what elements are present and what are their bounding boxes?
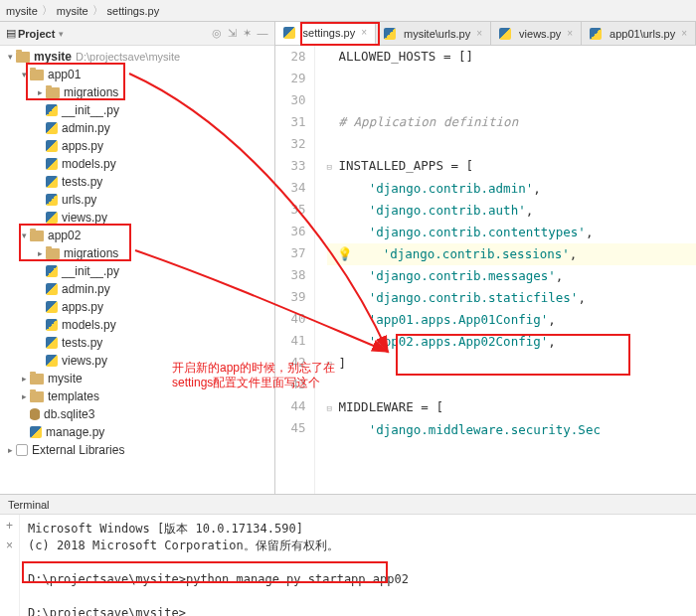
expand-icon[interactable]: ▸ [18, 387, 30, 405]
code-line[interactable] [327, 68, 696, 89]
folder-icon [46, 87, 60, 98]
close-icon[interactable]: × [567, 28, 573, 39]
expand-icon[interactable]: ▸ [18, 370, 30, 387]
code[interactable]: ALLOWED_HOSTS = []# Application definiti… [315, 46, 696, 494]
close-icon[interactable]: × [681, 28, 687, 39]
expand-icon[interactable]: ▸ [34, 83, 46, 101]
tree-item[interactable]: ▸migrations [0, 83, 274, 101]
tree-item[interactable]: urls.py [0, 191, 274, 209]
tree-item[interactable]: tests.py [0, 173, 274, 191]
tree-root[interactable]: ▾ mysite D:\projectsave\mysite [0, 48, 274, 66]
tree-item[interactable]: ▸External Libraries [0, 441, 274, 459]
tree-label: models.py [62, 155, 116, 173]
tree-item[interactable]: __init__.py [0, 262, 274, 280]
editor-tab[interactable]: views.py× [491, 22, 582, 45]
tree-item[interactable]: ▾app02 [0, 227, 274, 244]
gear-icon[interactable]: ✶ [243, 27, 252, 40]
breadcrumb-item[interactable]: mysite [6, 5, 38, 17]
fold-icon[interactable]: ⊟ [327, 156, 337, 178]
expand-icon[interactable]: ▾ [18, 66, 30, 83]
code-line[interactable]: 'django.contrib.admin', [327, 178, 696, 200]
gutter: 282930313233343536373839404142434445 [275, 46, 315, 494]
tree-item[interactable]: ▾app01 [0, 66, 274, 83]
expand-icon[interactable]: ▸ [4, 441, 16, 459]
tree-item[interactable]: models.py [0, 155, 274, 173]
code-line[interactable] [327, 89, 696, 111]
terminal-tab-label[interactable]: Terminal [8, 499, 50, 511]
code-line[interactable]: 'django.contrib.contenttypes', [327, 222, 696, 243]
tree-label: admin.py [62, 119, 110, 137]
expand-icon[interactable]: ▾ [4, 48, 16, 66]
project-panel-header[interactable]: ▤ Project ▾ ◎ ⇲ ✶ — [0, 22, 274, 46]
project-tree[interactable]: ▾ mysite D:\projectsave\mysite ▾app01▸mi… [0, 46, 274, 494]
tree-item[interactable]: apps.py [0, 137, 274, 155]
code-line[interactable] [327, 133, 696, 155]
close-icon[interactable]: × [361, 27, 367, 38]
code-line[interactable]: # Application definition [327, 111, 696, 133]
tree-item[interactable]: admin.py [0, 119, 274, 137]
folder-icon [16, 52, 30, 63]
terminal-output[interactable]: Microsoft Windows [版本 10.0.17134.590](c)… [20, 515, 696, 616]
py-icon [46, 104, 58, 116]
code-line[interactable]: ⊟INSTALLED_APPS = [ [327, 155, 696, 178]
tree-item[interactable]: ▸migrations [0, 244, 274, 262]
target-icon[interactable]: ◎ [212, 27, 222, 40]
code-line[interactable]: ⊟] [327, 353, 696, 376]
py-icon [46, 283, 58, 295]
py-icon [46, 122, 58, 134]
hide-icon[interactable]: — [258, 27, 268, 40]
tree-label: apps.py [62, 137, 103, 155]
py-icon [46, 337, 58, 349]
fold-icon[interactable]: ⊟ [327, 397, 337, 419]
lib-icon [16, 444, 28, 456]
tree-label: urls.py [62, 191, 96, 209]
editor-tab[interactable]: mysite\urls.py× [376, 22, 491, 45]
close-icon[interactable]: × [6, 539, 13, 552]
collapse-icon[interactable]: ⇲ [228, 27, 237, 40]
folder-icon [30, 70, 44, 80]
tree-label: tests.py [62, 173, 102, 191]
chevron-down-icon[interactable]: ▾ [59, 29, 64, 39]
close-icon[interactable]: × [476, 28, 482, 39]
py-icon [30, 426, 42, 438]
expand-icon[interactable]: ▾ [18, 227, 30, 244]
tree-item[interactable]: models.py [0, 316, 274, 334]
tree-item[interactable]: __init__.py [0, 101, 274, 119]
py-icon [46, 176, 58, 188]
code-line[interactable]: 'django.contrib.staticfiles', [327, 287, 696, 309]
tree-label: migrations [64, 244, 118, 262]
tree-item[interactable]: db.sqlite3 [0, 405, 274, 423]
tree-item[interactable]: apps.py [0, 298, 274, 316]
tree-item[interactable]: tests.py [0, 334, 274, 352]
add-icon[interactable]: + [6, 519, 13, 533]
code-line[interactable]: ⊟MIDDLEWARE = [ [327, 396, 696, 419]
code-line[interactable]: 'django.middleware.security.Sec [327, 419, 696, 441]
terminal-tab-bar[interactable]: Terminal [0, 495, 696, 515]
code-line[interactable]: 'django.contrib.auth', [327, 200, 696, 222]
tree-item[interactable]: manage.py [0, 423, 274, 441]
code-line[interactable] [327, 375, 696, 396]
expand-icon[interactable]: ▸ [34, 244, 46, 262]
breadcrumb-item[interactable]: settings.py [107, 5, 160, 17]
py-icon [46, 301, 58, 313]
py-icon [46, 194, 58, 206]
code-line[interactable]: 'django.contrib.messages', [327, 265, 696, 287]
tree-item[interactable]: views.py [0, 209, 274, 227]
db-icon [30, 408, 40, 420]
bulb-icon[interactable]: 💡 [337, 246, 353, 261]
code-line[interactable]: ALLOWED_HOSTS = [] [327, 46, 696, 68]
code-line[interactable]: 'app02.apps.App02Config', [327, 331, 696, 353]
code-line[interactable]: 'app01.apps.App01Config', [327, 309, 696, 331]
tree-item[interactable]: admin.py [0, 280, 274, 298]
code-line[interactable]: 💡 'django.contrib.sessions', [327, 243, 696, 265]
annotation-text: 开启新的app的时候，别忘了在settings配置文件里面写这个 [172, 361, 335, 390]
tree-label: __init__.py [62, 101, 119, 119]
editor-tab[interactable]: app01\urls.py× [582, 22, 696, 45]
breadcrumb-item[interactable]: mysite [57, 5, 88, 17]
folder-icon [46, 248, 60, 259]
tab-label: views.py [519, 28, 561, 40]
tree-label: templates [48, 387, 99, 405]
code-area[interactable]: 282930313233343536373839404142434445 ALL… [275, 46, 696, 494]
editor-tab[interactable]: settings.py× [275, 22, 376, 45]
tree-label: models.py [62, 316, 116, 334]
